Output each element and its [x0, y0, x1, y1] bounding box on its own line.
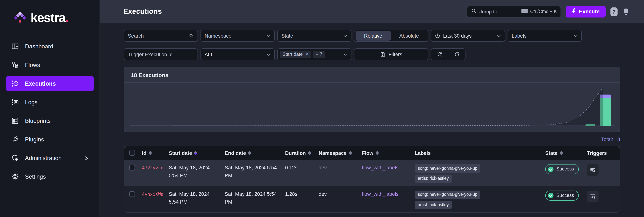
kestra-logo-icon — [14, 11, 26, 23]
table-row[interactable]: 4vhxiXWaSat, May 18, 2024 5:54 PMSat, Ma… — [124, 186, 620, 212]
floppy-disk-icon — [380, 52, 385, 57]
column-header-label: Triggers — [587, 150, 607, 156]
sort-asc-icon — [560, 151, 563, 153]
trigger-logs-button[interactable] — [587, 190, 598, 202]
row-checkbox-cell — [124, 186, 139, 212]
state-cell: Success — [542, 160, 584, 186]
lightning-icon — [572, 8, 576, 15]
sort-arrows-icon[interactable] — [248, 151, 251, 155]
labels-cell: song: never-gonna-give-you-upartist: ric… — [412, 186, 542, 212]
total-row: Total: 18 — [124, 137, 620, 142]
refresh-controls — [431, 48, 466, 60]
label-chip: song: never-gonna-give-you-up — [415, 164, 480, 173]
sidebar-item-dashboard[interactable]: Dashboard — [6, 39, 94, 54]
execution-id-link[interactable]: 47VrvvLd — [142, 165, 164, 171]
clock-icon — [435, 33, 440, 38]
column-header-inner[interactable]: Namespace — [319, 150, 356, 156]
chevron-down-icon — [266, 34, 270, 37]
start-date-chip[interactable]: Start date ✕ — [280, 51, 312, 58]
filters-row-1: Search Namespace State Relative Absolute — [124, 30, 644, 42]
sidebar-item-administration[interactable]: Administration — [6, 150, 94, 166]
column-header-inner[interactable]: Flow — [362, 150, 409, 156]
sidebar-item-plugins[interactable]: Plugins — [6, 132, 94, 147]
sidebar-item-label: Executions — [25, 80, 56, 87]
chevron-down-icon — [343, 53, 347, 56]
auto-refresh-off-icon[interactable] — [431, 49, 448, 60]
notifications-bell-icon[interactable] — [622, 8, 630, 15]
sidebar-item-label: Blueprints — [25, 117, 51, 124]
sort-arrows-icon[interactable] — [349, 151, 352, 155]
search-input[interactable]: Search — [124, 30, 198, 42]
flow-link[interactable]: flow_with_labels — [362, 165, 398, 171]
flow-link[interactable]: flow_with_labels — [362, 191, 398, 197]
column-header-inner[interactable]: End date — [225, 150, 279, 156]
sort-arrows-icon[interactable] — [376, 151, 379, 155]
refresh-icon[interactable] — [448, 49, 465, 60]
select-all-checkbox[interactable] — [129, 150, 135, 156]
column-header-inner[interactable]: Duration — [285, 150, 313, 156]
chevron-down-icon — [574, 34, 578, 37]
sort-desc-icon — [248, 153, 251, 155]
sort-arrows-icon[interactable] — [308, 151, 311, 155]
sidebar-item-label: Plugins — [25, 136, 44, 143]
logs-icon — [11, 98, 19, 106]
content: Search Namespace State Relative Absolute — [100, 23, 644, 217]
sidebar-nav: DashboardFlowsExecutionsLogsBlueprintsPl… — [0, 39, 100, 184]
column-header-end-date: End date — [222, 146, 282, 160]
sidebar-item-label: Dashboard — [25, 43, 53, 50]
executions-table-card: IdStart dateEnd dateDurationNamespaceFlo… — [124, 146, 620, 213]
date-filter-select[interactable]: Start date ✕ + 7 — [277, 48, 352, 60]
row-checkbox-cell — [124, 160, 139, 186]
time-range-select[interactable]: Last 30 days — [431, 30, 505, 42]
row-checkbox[interactable] — [129, 191, 135, 197]
row-checkbox[interactable] — [129, 165, 135, 171]
sort-asc-icon — [149, 151, 152, 153]
execution-id-cell: 47VrvvLd — [139, 160, 166, 186]
end-date-cell: Sat, May 18, 2024 5:54 PM — [222, 160, 282, 186]
trigger-logs-button[interactable] — [587, 164, 598, 176]
sidebar-item-blueprints[interactable]: Blueprints — [6, 113, 94, 128]
help-icon[interactable]: ? — [610, 7, 618, 16]
save-filters-button[interactable]: Filters — [354, 48, 428, 60]
sidebar-item-logs[interactable]: Logs — [6, 95, 94, 110]
absolute-toggle[interactable]: Absolute — [392, 31, 427, 40]
remove-chip-icon[interactable]: ✕ — [305, 52, 308, 57]
sidebar: kestra. DashboardFlowsExecutionsLogsBlue… — [0, 0, 100, 217]
search-icon — [471, 8, 476, 15]
namespace-select[interactable]: Namespace — [200, 30, 275, 42]
column-header-label: Id — [142, 150, 146, 156]
shortcut-hint: Ctrl/Cmd + K — [530, 9, 557, 14]
more-filters-chip[interactable]: + 7 — [313, 51, 325, 58]
sort-arrows-icon[interactable] — [194, 151, 197, 155]
sort-arrows-icon[interactable] — [149, 151, 152, 155]
blueprints-icon — [11, 117, 19, 125]
sidebar-item-label: Flows — [25, 62, 40, 68]
column-header-inner[interactable]: Start date — [169, 150, 219, 156]
sort-asc-icon — [194, 151, 197, 153]
sort-desc-icon — [194, 153, 197, 155]
executions-chart-plot[interactable] — [124, 83, 620, 132]
table-row[interactable]: 47VrvvLdSat, May 18, 2024 5:54 PMSat, Ma… — [124, 160, 620, 186]
relative-toggle[interactable]: Relative — [356, 31, 391, 40]
sidebar-item-executions[interactable]: Executions — [6, 76, 94, 91]
executions-chart-card: 18 Executions — [124, 67, 620, 132]
sidebar-item-settings[interactable]: Settings — [6, 169, 94, 184]
sidebar-item-flows[interactable]: Flows — [6, 57, 94, 73]
scope-select[interactable]: ALL — [200, 48, 275, 60]
column-header-duration: Duration — [282, 146, 316, 160]
column-header-inner[interactable]: Id — [142, 150, 163, 156]
jump-to-search[interactable]: Jump to... Ctrl/Cmd + K — [467, 6, 561, 17]
sort-arrows-icon[interactable] — [560, 151, 563, 155]
trigger-execution-id-input[interactable]: Trigger Execution Id — [124, 48, 198, 60]
state-label: Success — [556, 192, 574, 199]
sort-asc-icon — [376, 151, 379, 153]
plugins-icon — [11, 135, 19, 144]
execution-id-link[interactable]: 4vhxiXWa — [142, 192, 164, 197]
column-header-inner[interactable]: State — [545, 150, 581, 156]
executions-count-header: 18 Executions — [124, 67, 620, 83]
kestra-logo[interactable]: kestra. — [0, 0, 100, 30]
state-select[interactable]: State — [277, 30, 352, 42]
chart-trend-line — [124, 83, 620, 132]
execute-button[interactable]: Execute — [566, 6, 606, 17]
labels-select[interactable]: Labels — [508, 30, 582, 42]
